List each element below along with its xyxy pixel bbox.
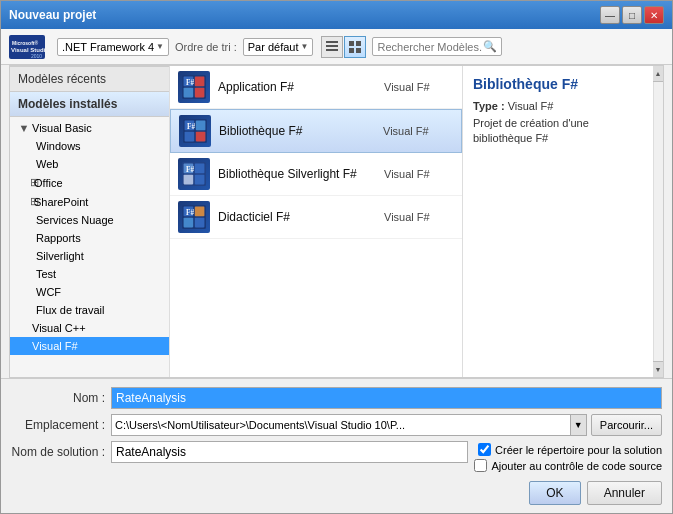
template-lang: Visual F#	[384, 211, 454, 223]
template-name: Bibliothèque Silverlight F#	[218, 167, 376, 181]
name-row: Nom :	[11, 387, 662, 409]
svg-rect-14	[195, 77, 205, 87]
template-list: F# Application F# Visual F# F#	[170, 66, 463, 377]
left-panel: Modèles récents Modèles installés ▼ Visu…	[10, 66, 170, 377]
svg-text:Microsoft®: Microsoft®	[12, 40, 39, 46]
tree-item-wcf[interactable]: WCF	[10, 283, 169, 301]
sort-dropdown[interactable]: Par défaut ▼	[243, 38, 314, 56]
template-item-application-fsharp[interactable]: F# Application F# Visual F#	[170, 66, 462, 109]
svg-rect-5	[326, 45, 338, 47]
type-value: Visual F#	[508, 100, 554, 112]
bottom-form: Nom : Emplacement : ▼ Parcourir... Nom d…	[1, 378, 672, 513]
location-row: Emplacement : ▼ Parcourir...	[11, 414, 662, 436]
tree-container: ▼ Visual Basic Windows Web	[10, 117, 169, 377]
framework-dropdown[interactable]: .NET Framework 4 ▼	[57, 38, 169, 56]
tree-item-windows[interactable]: Windows	[10, 137, 169, 155]
main-content: Modèles récents Modèles installés ▼ Visu…	[9, 65, 664, 378]
svg-text:F#: F#	[186, 166, 194, 174]
browse-button[interactable]: Parcourir...	[591, 414, 662, 436]
tree-item-test[interactable]: Test	[10, 265, 169, 283]
tile-view-icon	[348, 40, 362, 54]
tree-item-rapports[interactable]: Rapports	[10, 229, 169, 247]
tile-view-button[interactable]	[344, 36, 366, 58]
template-lang: Visual F#	[384, 168, 454, 180]
expand-icon: ⊞	[16, 195, 32, 208]
svg-rect-21	[185, 132, 195, 142]
template-name: Didacticiel F#	[218, 210, 376, 224]
template-item-silverlight-fsharp[interactable]: F# Bibliothèque Silverlight F# Visual F#	[170, 153, 462, 196]
template-name: Bibliothèque F#	[219, 124, 375, 138]
location-dropdown-button[interactable]: ▼	[570, 415, 586, 435]
search-box[interactable]: 🔍	[372, 37, 502, 56]
list-view-button[interactable]	[321, 36, 343, 58]
list-view-icon	[325, 40, 339, 54]
template-item-didacticiel[interactable]: F# Didacticiel F# Visual F#	[170, 196, 462, 239]
vs-logo: Microsoft® Visual Studio 2010	[9, 35, 45, 59]
tree-item-sharepoint[interactable]: ⊞ SharePoint	[10, 192, 169, 211]
svg-rect-16	[195, 88, 205, 98]
framework-arrow-icon: ▼	[156, 42, 164, 51]
window-title: Nouveau projet	[9, 8, 96, 22]
svg-rect-22	[196, 132, 206, 142]
template-lang: Visual F#	[383, 125, 453, 137]
dialog-buttons: OK Annuler	[529, 481, 662, 505]
tree-item-visual-fsharp[interactable]: Visual F#	[10, 337, 169, 355]
solution-area: Nom de solution : Créer le répertoire po…	[11, 441, 662, 505]
location-input-wrap: ▼	[111, 414, 587, 436]
ok-button[interactable]: OK	[529, 481, 580, 505]
solution-input[interactable]	[111, 441, 468, 463]
right-panel-type: Type : Visual F#	[473, 100, 643, 112]
tree-label: Flux de travail	[32, 304, 104, 316]
svg-rect-8	[356, 41, 361, 46]
view-buttons	[321, 36, 366, 58]
scroll-up-icon[interactable]: ▲	[653, 66, 663, 82]
installed-templates-button[interactable]: Modèles installés	[10, 92, 169, 117]
tree-item-visual-basic[interactable]: ▼ Visual Basic	[10, 119, 169, 137]
tree-item-flux-travail[interactable]: Flux de travail	[10, 301, 169, 319]
main-window: Nouveau projet — □ ✕ Microsoft® Visual S…	[0, 0, 673, 514]
svg-text:F#: F#	[186, 79, 194, 87]
right-panel-container: Bibliothèque F# Type : Visual F# Projet …	[463, 66, 663, 377]
sort-value: Par défaut	[248, 41, 299, 53]
tree-label: Test	[32, 268, 56, 280]
sort-arrow-icon: ▼	[301, 42, 309, 51]
source-ctrl-row: Ajouter au contrôle de code source	[474, 459, 662, 472]
recent-templates-button[interactable]: Modèles récents	[10, 66, 169, 92]
maximize-button[interactable]: □	[622, 6, 642, 24]
tree-item-visual-cpp[interactable]: Visual C++	[10, 319, 169, 337]
tree-label: Office	[32, 177, 63, 189]
expand-icon: ⊞	[16, 176, 32, 189]
svg-text:F#: F#	[187, 123, 195, 131]
tree-label: WCF	[32, 286, 61, 298]
right-scrollbar[interactable]: ▲ ▼	[653, 66, 663, 377]
svg-rect-15	[184, 88, 194, 98]
tree-item-web[interactable]: Web	[10, 155, 169, 173]
minimize-button[interactable]: —	[600, 6, 620, 24]
create-dir-row: Créer le répertoire pour la solution	[478, 443, 662, 456]
tree-item-services-nuage[interactable]: Services Nuage	[10, 211, 169, 229]
tree-label: Visual Basic	[32, 122, 92, 134]
svg-rect-6	[326, 49, 338, 51]
search-icon: 🔍	[483, 40, 497, 53]
tree-label: SharePoint	[32, 196, 88, 208]
svg-rect-9	[349, 48, 354, 53]
location-input[interactable]	[112, 417, 570, 433]
close-button[interactable]: ✕	[644, 6, 664, 24]
cancel-button[interactable]: Annuler	[587, 481, 662, 505]
tree-item-silverlight[interactable]: Silverlight	[10, 247, 169, 265]
create-dir-checkbox[interactable]	[478, 443, 491, 456]
template-item-bibliotheque-fsharp[interactable]: F# Bibliothèque F# Visual F#	[170, 109, 462, 153]
toolbar: Microsoft® Visual Studio 2010 .NET Frame…	[1, 29, 672, 65]
scroll-down-icon[interactable]: ▼	[653, 361, 663, 377]
solution-row: Nom de solution :	[11, 441, 468, 463]
svg-rect-26	[195, 164, 205, 174]
source-ctrl-checkbox[interactable]	[474, 459, 487, 472]
name-input[interactable]	[111, 387, 662, 409]
search-input[interactable]	[377, 41, 483, 53]
location-label: Emplacement :	[11, 418, 111, 432]
window-controls: — □ ✕	[600, 6, 664, 24]
svg-rect-4	[326, 41, 338, 43]
svg-text:F#: F#	[186, 209, 194, 217]
tree-item-office[interactable]: ⊞ Office	[10, 173, 169, 192]
template-icon-silverlight: F#	[178, 158, 210, 190]
